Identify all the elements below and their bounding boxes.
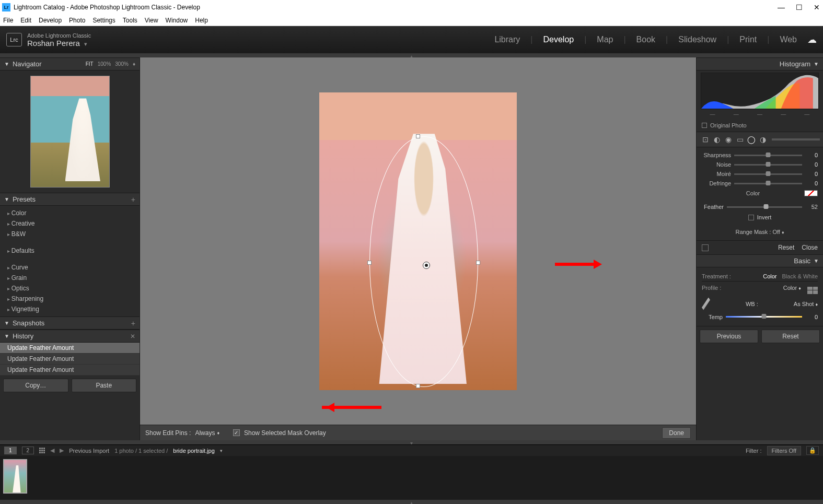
filmstrip-thumbnail[interactable] — [3, 459, 27, 494]
filter-lock-icon[interactable]: 🔒 — [806, 446, 819, 455]
radial-handle-left[interactable] — [367, 261, 372, 265]
mask-overlay-checkbox[interactable]: ✓ — [233, 429, 240, 436]
zoom-fit[interactable]: FIT — [86, 61, 94, 67]
noise-slider[interactable] — [734, 164, 802, 166]
sharpness-slider[interactable] — [734, 155, 802, 156]
image-canvas[interactable] — [140, 57, 696, 425]
menu-file[interactable]: File — [3, 17, 13, 24]
treatment-color[interactable]: Color — [763, 273, 776, 279]
reset-mask-button[interactable]: Reset — [778, 244, 794, 251]
screen-2-button[interactable]: 2 — [22, 447, 34, 454]
clear-history-button[interactable]: ✕ — [130, 333, 135, 340]
add-snapshot-button[interactable]: + — [131, 319, 135, 327]
module-slideshow[interactable]: Slideshow — [678, 35, 716, 44]
cloud-sync-icon[interactable]: ☁ — [807, 34, 817, 45]
close-mask-button[interactable]: Close — [802, 244, 818, 251]
histogram-graph[interactable] — [701, 73, 819, 109]
module-map[interactable]: Map — [597, 35, 613, 44]
sharpness-value[interactable]: 0 — [805, 152, 818, 158]
snapshots-header[interactable]: ▼ Snapshots + — [0, 317, 140, 330]
preset-grain[interactable]: Grain — [0, 273, 140, 283]
preset-creative[interactable]: Creative — [0, 218, 140, 229]
top-panel-toggle[interactable] — [0, 53, 823, 57]
window-close-button[interactable]: ✕ — [813, 3, 821, 11]
preset-curve[interactable]: Curve — [0, 262, 140, 273]
color-swatch-picker[interactable] — [804, 190, 818, 196]
radial-handle-bottom[interactable] — [416, 384, 420, 388]
menu-help[interactable]: Help — [195, 17, 208, 24]
wb-eyedropper-icon[interactable] — [702, 298, 710, 310]
preset-color[interactable]: Color — [0, 208, 140, 218]
paste-button[interactable]: Paste — [72, 379, 137, 392]
brush-tool-icon[interactable]: ◑ — [757, 134, 769, 145]
done-button[interactable]: Done — [662, 427, 691, 439]
history-row[interactable]: Update Feather Amount — [0, 365, 140, 376]
preset-bw[interactable]: B&W — [0, 229, 140, 239]
menu-window[interactable]: Window — [166, 17, 188, 24]
module-print[interactable]: Print — [739, 35, 757, 44]
temp-value[interactable]: 0 — [805, 314, 818, 320]
redeye-tool-icon[interactable]: ◉ — [723, 134, 734, 145]
add-preset-button[interactable]: + — [131, 195, 135, 204]
nav-forward-icon[interactable]: ▶ — [60, 447, 64, 454]
range-mask-dropdown[interactable]: Off ♦ — [772, 229, 784, 235]
module-book[interactable]: Book — [636, 35, 655, 44]
menu-settings[interactable]: Settings — [92, 17, 115, 24]
defringe-value[interactable]: 0 — [805, 180, 818, 186]
history-row[interactable]: Update Feather Amount — [0, 354, 140, 365]
wb-dropdown[interactable]: As Shot ♦ — [794, 301, 818, 307]
window-maximize-button[interactable]: ☐ — [795, 3, 803, 11]
menu-develop[interactable]: Develop — [39, 17, 62, 24]
moire-slider[interactable] — [734, 173, 802, 175]
invert-checkbox[interactable] — [748, 215, 754, 220]
original-photo-checkbox[interactable] — [702, 123, 707, 128]
filename-dropdown-icon[interactable]: ▾ — [220, 448, 223, 453]
spot-tool-icon[interactable]: ◐ — [711, 134, 723, 145]
history-row[interactable]: Update Feather Amount — [0, 343, 140, 354]
presets-header[interactable]: ▼ Presets + — [0, 193, 140, 206]
copy-button[interactable]: Copy… — [3, 379, 68, 392]
mask-toggle-icon[interactable] — [702, 244, 709, 251]
treatment-bw[interactable]: Black & White — [782, 273, 818, 279]
temp-slider[interactable] — [726, 316, 802, 318]
menu-tools[interactable]: Tools — [123, 17, 137, 24]
profile-browser-icon[interactable] — [807, 287, 818, 294]
preset-optics[interactable]: Optics — [0, 283, 140, 294]
crop-tool-icon[interactable]: ⊡ — [700, 134, 711, 145]
filmstrip-toggle[interactable] — [0, 440, 823, 444]
menu-view[interactable]: View — [145, 17, 158, 24]
bottom-panel-toggle[interactable] — [0, 500, 823, 504]
module-web[interactable]: Web — [780, 35, 797, 44]
profile-dropdown[interactable]: Color ♦ — [783, 285, 801, 291]
module-library[interactable]: Library — [494, 35, 520, 44]
zoom-100[interactable]: 100% — [98, 61, 111, 67]
zoom-dropdown-icon[interactable]: ♦ — [133, 61, 135, 67]
zoom-300[interactable]: 300% — [115, 61, 129, 67]
moire-value[interactable]: 0 — [805, 171, 818, 177]
tool-amount-slider[interactable] — [772, 138, 820, 140]
screen-1-button[interactable]: 1 — [4, 447, 17, 454]
previous-button[interactable]: Previous — [700, 330, 758, 343]
navigator-thumbnail[interactable] — [30, 76, 110, 187]
feather-value[interactable]: 52 — [805, 204, 818, 210]
filter-dropdown[interactable]: Filters Off — [767, 446, 801, 455]
grid-view-icon[interactable] — [39, 448, 45, 453]
radial-pin[interactable] — [423, 262, 430, 269]
menu-edit[interactable]: Edit — [20, 17, 31, 24]
history-header[interactable]: ▼ History ✕ — [0, 330, 140, 343]
defringe-slider[interactable] — [734, 183, 802, 184]
radial-filter-oval[interactable] — [369, 136, 478, 387]
preset-sharpening[interactable]: Sharpening — [0, 294, 140, 304]
navigator-header[interactable]: ▼ Navigator FIT 100% 300% ♦ — [0, 57, 140, 71]
source-label[interactable]: Previous Import — [69, 448, 109, 454]
identity-dropdown-icon[interactable]: ▾ — [84, 41, 87, 47]
module-develop[interactable]: Develop — [543, 35, 574, 44]
feather-slider[interactable] — [727, 206, 802, 208]
menu-photo[interactable]: Photo — [69, 17, 85, 24]
preset-vignetting[interactable]: Vignetting — [0, 304, 140, 314]
radial-handle-right[interactable] — [476, 261, 480, 265]
reset-button[interactable]: Reset — [761, 330, 820, 343]
show-edit-pins-dropdown[interactable]: Always ♦ — [195, 429, 219, 437]
window-minimize-button[interactable]: — — [777, 3, 785, 11]
noise-value[interactable]: 0 — [805, 161, 818, 168]
